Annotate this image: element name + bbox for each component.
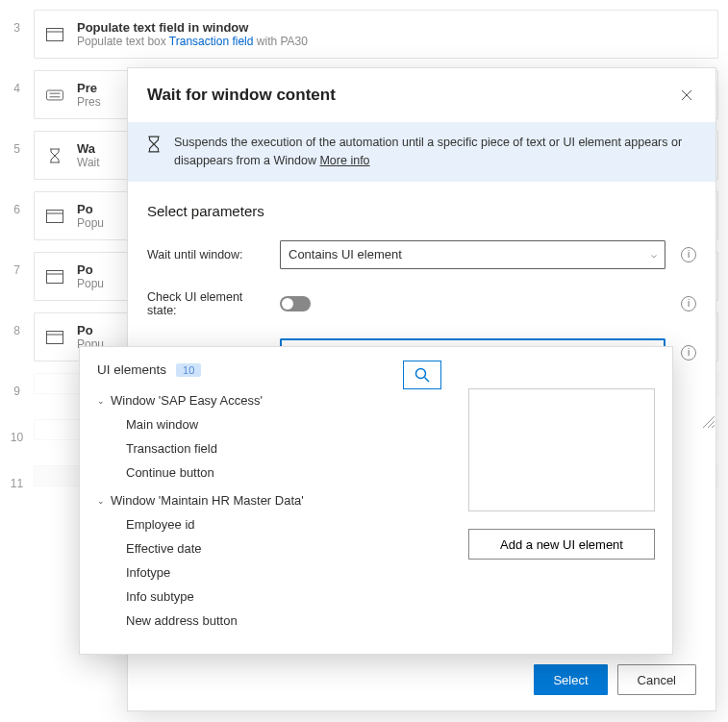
- svg-rect-0: [47, 28, 63, 40]
- wait-until-label: Wait until window:: [147, 248, 270, 261]
- keyboard-icon: [46, 87, 63, 104]
- search-button[interactable]: [403, 361, 441, 389]
- dialog-footer: Select Cancel: [128, 653, 715, 710]
- tree-item[interactable]: Main window: [97, 412, 449, 436]
- select-button[interactable]: Select: [534, 664, 607, 695]
- svg-rect-7: [47, 270, 63, 283]
- dropdown-header: UI elements 10: [97, 362, 655, 377]
- preview-column: Add a new UI element: [468, 388, 655, 636]
- ui-elements-tree: ⌄ Window 'SAP Easy Access' Main window T…: [97, 388, 449, 636]
- tree-item[interactable]: New address button: [97, 609, 449, 633]
- tree-item[interactable]: Info subtype: [97, 585, 449, 609]
- tree-group-header[interactable]: ⌄ Window 'Maintain HR Master Data': [97, 488, 449, 512]
- chevron-down-icon: ⌄: [97, 396, 105, 406]
- tree-group-header[interactable]: ⌄ Window 'SAP Easy Access': [97, 388, 449, 412]
- svg-rect-9: [47, 331, 63, 343]
- svg-rect-5: [47, 210, 63, 222]
- tree-group: ⌄ Window 'SAP Easy Access' Main window T…: [97, 388, 449, 485]
- preview-box: [468, 388, 655, 511]
- step-card[interactable]: Populate text field in window Populate t…: [34, 10, 718, 59]
- dialog-title: Wait for window content: [147, 86, 336, 105]
- svg-line-12: [425, 378, 430, 383]
- step-title: Populate text field in window: [77, 20, 308, 35]
- info-text: Suspends the execution of the automation…: [174, 136, 682, 167]
- step-row: 3 Populate text field in window Populate…: [0, 10, 728, 59]
- check-state-toggle[interactable]: [280, 296, 311, 311]
- step-number: 3: [0, 10, 34, 35]
- tree-item[interactable]: Transaction field: [97, 436, 449, 461]
- close-button[interactable]: [677, 86, 696, 105]
- add-ui-element-button[interactable]: Add a new UI element: [468, 529, 655, 560]
- chevron-down-icon: ⌄: [97, 496, 105, 506]
- tree-group-label: Window 'SAP Easy Access': [111, 393, 263, 408]
- check-state-label: Check UI element state:: [147, 290, 270, 317]
- info-icon[interactable]: i: [681, 247, 696, 262]
- tree-item[interactable]: Employee id: [97, 512, 449, 536]
- tree-group-label: Window 'Maintain HR Master Data': [111, 493, 304, 508]
- window-icon: [46, 268, 63, 286]
- ui-elements-dropdown-panel: UI elements 10 ⌄ Window 'SAP Easy Access…: [79, 346, 673, 655]
- dropdown-body: ⌄ Window 'SAP Easy Access' Main window T…: [97, 388, 655, 636]
- tree-group: ⌄ Window 'Maintain HR Master Data' Emplo…: [97, 488, 449, 633]
- tree-item[interactable]: Continue button: [97, 461, 449, 485]
- info-icon[interactable]: i: [681, 345, 696, 361]
- svg-point-11: [416, 369, 426, 379]
- info-icon[interactable]: i: [681, 296, 696, 311]
- dialog-header: Wait for window content: [128, 68, 715, 114]
- cancel-button[interactable]: Cancel: [617, 664, 696, 695]
- resize-handle[interactable]: [703, 416, 715, 428]
- chevron-down-icon: ⌵: [651, 249, 657, 260]
- info-banner: Suspends the execution of the automation…: [128, 122, 715, 182]
- close-icon: [681, 89, 692, 101]
- step-text: Populate text field in window Populate t…: [77, 20, 308, 48]
- dropdown-title: UI elements: [97, 362, 166, 377]
- wait-until-select[interactable]: Contains UI element ⌵: [280, 240, 665, 269]
- window-icon: [46, 329, 63, 346]
- svg-rect-2: [46, 90, 63, 100]
- wait-until-row: Wait until window: Contains UI element ⌵…: [147, 240, 696, 269]
- window-icon: [46, 208, 63, 225]
- tree-item[interactable]: Infotype: [97, 560, 449, 585]
- hourglass-icon: [147, 136, 161, 153]
- check-state-row: Check UI element state: i: [147, 290, 696, 317]
- wait-until-value: Contains UI element: [289, 247, 402, 261]
- hourglass-icon: [46, 147, 63, 164]
- tree-item[interactable]: Effective date: [97, 536, 449, 560]
- params-title: Select parameters: [147, 203, 696, 219]
- step-subtitle: Populate text box Transaction field with…: [77, 35, 308, 48]
- step-link[interactable]: Transaction field: [169, 35, 254, 48]
- more-info-link[interactable]: More info: [319, 154, 369, 167]
- window-icon: [46, 26, 63, 43]
- search-icon: [414, 367, 430, 383]
- count-badge: 10: [176, 363, 201, 377]
